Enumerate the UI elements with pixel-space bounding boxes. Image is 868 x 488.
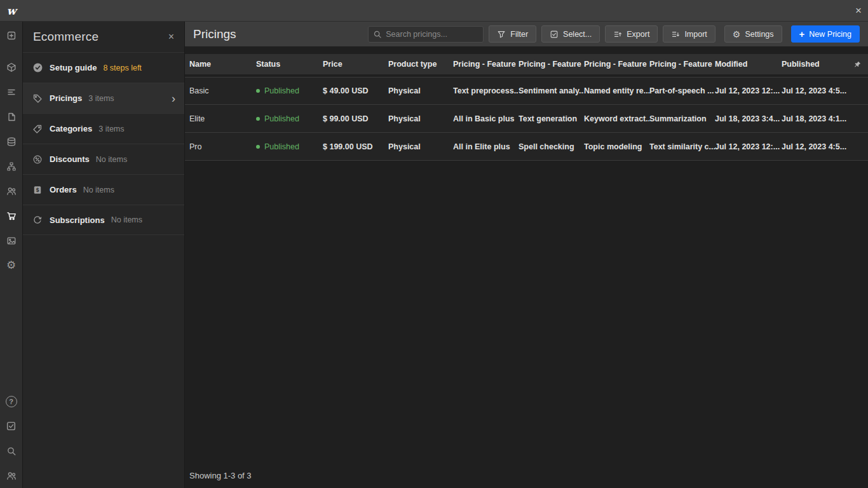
import-button-label: Import [684, 30, 707, 39]
column-header-modified[interactable]: Modified [715, 60, 782, 69]
feature-cell: Spell checking [519, 142, 584, 151]
pages-icon[interactable] [0, 104, 23, 129]
sidebar-item-pricings[interactable]: Pricings 3 items › [23, 83, 184, 113]
add-elements-icon[interactable] [0, 22, 23, 50]
column-header-feature-2[interactable]: Pricing - Feature [519, 60, 584, 69]
feature-cell: Text preprocess... [453, 86, 519, 95]
sidebar-item-meta: No items [83, 186, 114, 194]
packages-icon[interactable] [0, 55, 23, 79]
checkbox-icon [550, 30, 559, 39]
cms-icon[interactable] [0, 129, 23, 154]
filter-button[interactable]: Filter [489, 25, 536, 43]
webflow-logo[interactable]: w [0, 0, 23, 21]
ecommerce-panel: Ecommerce × Setup guide 8 steps left Pri… [23, 22, 185, 488]
column-header-status[interactable]: Status [256, 60, 323, 69]
sidebar-item-label: Categories [50, 124, 92, 133]
sidebar-item-meta: 3 items [88, 94, 114, 103]
check-circle-icon [32, 62, 43, 74]
feature-cell: All in Basic plus [453, 114, 519, 123]
feature-cell: Sentiment analy... [519, 86, 584, 95]
column-header-published[interactable]: Published [782, 60, 846, 69]
sidebar-item-meta: 3 items [98, 125, 124, 133]
navigator-icon[interactable] [0, 79, 23, 104]
table-row[interactable]: Pro Published $ 199.00 USD Physical All … [185, 133, 868, 161]
gear-icon: ⚙ [733, 30, 741, 39]
status-dot [256, 117, 260, 121]
feature-cell: Text generation [519, 114, 584, 123]
select-button[interactable]: Select... [541, 25, 600, 43]
status-cell: Published [256, 142, 323, 151]
refresh-icon [32, 214, 43, 226]
name-cell: Pro [189, 142, 256, 151]
product-type-cell: Physical [388, 86, 453, 95]
pricings-view: Pricings Filter Select... Export [185, 22, 868, 488]
search-input[interactable] [368, 26, 484, 43]
import-icon [671, 30, 680, 39]
modified-cell: Jul 12, 2023 12:... [715, 142, 782, 151]
page-title: Pricings [193, 27, 236, 41]
assets-icon[interactable] [0, 228, 23, 253]
pricing-table-body: Basic Published $ 49.00 USD Physical Tex… [185, 77, 868, 161]
status-cell: Published [256, 114, 323, 123]
column-header-feature-3[interactable]: Pricing - Feature [584, 60, 649, 69]
export-icon [613, 30, 622, 39]
product-type-cell: Physical [388, 114, 453, 123]
help-icon[interactable]: ? [0, 389, 23, 414]
plus-icon: + [799, 29, 805, 39]
search-box [368, 26, 484, 43]
settings-icon[interactable]: ⚙ [0, 253, 23, 278]
new-pricing-button[interactable]: + New Pricing [791, 25, 860, 43]
sidebar-item-setup-guide[interactable]: Setup guide 8 steps left [23, 52, 184, 83]
sidebar-item-discounts[interactable]: Discounts No items [23, 144, 184, 174]
sidebar-item-meta: No items [96, 155, 127, 164]
feature-cell: All in Elite plus [453, 142, 519, 151]
modified-cell: Jul 12, 2023 12:... [715, 86, 782, 95]
status-dot [256, 89, 260, 93]
import-button[interactable]: Import [663, 25, 715, 43]
name-cell: Basic [189, 86, 256, 95]
table-row[interactable]: Elite Published $ 99.00 USD Physical All… [185, 105, 868, 133]
export-button-label: Export [627, 30, 649, 39]
percent-badge-icon [32, 154, 43, 165]
search-icon[interactable] [0, 438, 23, 463]
pin-icon[interactable] [846, 60, 868, 69]
feature-cell: Summarization [649, 114, 715, 123]
pricings-header: Pricings Filter Select... Export [185, 22, 868, 46]
status-label: Published [264, 114, 299, 123]
sidebar-item-label: Subscriptions [50, 215, 105, 225]
checklist-icon[interactable] [0, 414, 23, 438]
search-icon [373, 30, 382, 39]
window-close-icon[interactable]: × [855, 0, 862, 21]
panel-title: Ecommerce [33, 30, 98, 44]
export-button[interactable]: Export [605, 25, 658, 43]
settings-button[interactable]: ⚙ Settings [724, 25, 782, 43]
filter-button-label: Filter [510, 30, 528, 39]
sidebar-item-orders[interactable]: $ Orders No items [23, 174, 184, 205]
column-header-name[interactable]: Name [189, 60, 256, 69]
dollar-receipt-icon: $ [32, 184, 43, 196]
status-cell: Published [256, 86, 323, 95]
column-header-price[interactable]: Price [323, 60, 388, 69]
tag-icon [32, 93, 43, 104]
ecommerce-icon[interactable] [0, 203, 23, 228]
status-label: Published [264, 86, 299, 95]
table-row[interactable]: Basic Published $ 49.00 USD Physical Tex… [185, 77, 868, 105]
price-cell: $ 99.00 USD [323, 114, 388, 123]
users-icon[interactable] [0, 179, 23, 203]
sidebar-item-subscriptions[interactable]: Subscriptions No items [23, 205, 184, 235]
feature-cell: Text similarity c... [649, 142, 715, 151]
published-cell: Jul 12, 2023 4:5... [782, 142, 846, 151]
community-icon[interactable] [0, 463, 23, 488]
logic-icon[interactable] [0, 154, 23, 179]
price-cell: $ 49.00 USD [323, 86, 388, 95]
column-header-feature-1[interactable]: Pricing - Feature [453, 60, 519, 69]
table-header: Name Status Price Product type Pricing -… [185, 54, 868, 74]
name-cell: Elite [189, 114, 256, 123]
select-button-label: Select... [563, 30, 592, 39]
sidebar-item-categories[interactable]: Categories 3 items [23, 113, 184, 144]
svg-text:$: $ [36, 187, 39, 193]
panel-close-icon[interactable]: × [168, 31, 174, 43]
feature-cell: Keyword extract... [584, 114, 649, 123]
column-header-feature-4[interactable]: Pricing - Feature [649, 60, 715, 69]
column-header-product-type[interactable]: Product type [388, 60, 453, 69]
